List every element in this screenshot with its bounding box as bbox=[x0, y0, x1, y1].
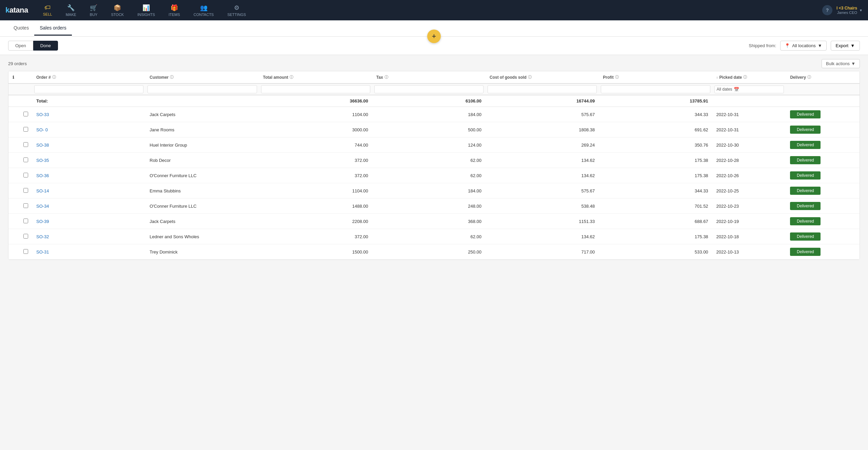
row-checkbox-input-7[interactable] bbox=[23, 219, 28, 223]
row-date-9: 2022-10-13 bbox=[712, 244, 786, 260]
bulk-actions-button[interactable]: Bulk actions ▼ bbox=[822, 59, 860, 68]
row-checkbox-input-1[interactable] bbox=[23, 127, 28, 132]
filter-date-cell: All dates 📅 bbox=[712, 83, 786, 95]
nav-item-make[interactable]: 🔧 MAKE bbox=[59, 1, 83, 19]
date-filter[interactable]: All dates 📅 bbox=[714, 86, 784, 93]
tab-sales-orders[interactable]: Sales orders bbox=[34, 21, 72, 36]
nav-label-buy: BUY bbox=[90, 13, 98, 17]
row-checkbox-input-0[interactable] bbox=[23, 112, 28, 116]
location-select[interactable]: 📍 All locations ▼ bbox=[780, 41, 826, 51]
filter-tax-input[interactable] bbox=[374, 85, 484, 93]
table-filter-row: All dates 📅 bbox=[8, 83, 860, 95]
sell-icon: 🏷 bbox=[44, 4, 51, 11]
row-profit-2: 350.76 bbox=[599, 137, 712, 153]
totals-info bbox=[8, 95, 19, 107]
picked-date-info-icon[interactable]: ⓘ bbox=[743, 75, 747, 80]
th-info: ℹ bbox=[8, 71, 19, 83]
row-checkbox-1 bbox=[19, 122, 32, 137]
row-checkbox-9 bbox=[19, 244, 32, 260]
order-link-6[interactable]: SO-34 bbox=[36, 204, 49, 209]
insights-icon: 📊 bbox=[142, 4, 150, 12]
filter-total-input[interactable] bbox=[261, 85, 370, 93]
order-link-9[interactable]: SO-31 bbox=[36, 249, 49, 255]
order-link-5[interactable]: SO-14 bbox=[36, 188, 49, 193]
row-delivery-8: Delivered bbox=[786, 229, 860, 244]
row-checkbox-input-8[interactable] bbox=[23, 234, 28, 239]
table-row: SO-14 Emma Stubbins 1104.00 184.00 575.6… bbox=[8, 183, 860, 199]
row-checkbox-3 bbox=[19, 153, 32, 168]
nav-item-insights[interactable]: 📊 INSIGHTS bbox=[131, 1, 162, 19]
row-info-6 bbox=[8, 199, 19, 214]
nav-item-items[interactable]: 🎁 ITEMS bbox=[162, 1, 187, 19]
totals-customer bbox=[145, 95, 259, 107]
filter-done[interactable]: Done bbox=[33, 41, 58, 51]
row-customer-2: Huel Interior Group bbox=[145, 137, 259, 153]
delivery-badge-6: Delivered bbox=[790, 202, 821, 210]
row-checkbox-input-5[interactable] bbox=[23, 188, 28, 193]
order-link-8[interactable]: SO-32 bbox=[36, 234, 49, 239]
user-info[interactable]: I <3 Chairs James CEO ▼ bbox=[836, 6, 863, 15]
filter-profit-input[interactable] bbox=[601, 85, 710, 93]
order-link-7[interactable]: SO-39 bbox=[36, 219, 49, 224]
totals-date bbox=[712, 95, 786, 107]
row-cogs-9: 717.00 bbox=[486, 244, 599, 260]
filter-order-input[interactable] bbox=[34, 85, 143, 93]
row-cogs-5: 575.67 bbox=[486, 183, 599, 199]
row-profit-7: 688.67 bbox=[599, 214, 712, 229]
nav-item-buy[interactable]: 🛒 BUY bbox=[83, 1, 104, 19]
filter-profit-cell bbox=[599, 83, 712, 95]
export-button[interactable]: Export ▼ bbox=[831, 41, 860, 51]
export-chevron-icon: ▼ bbox=[850, 43, 855, 48]
row-total-2: 744.00 bbox=[259, 137, 372, 153]
row-checkbox-0 bbox=[19, 107, 32, 122]
delivery-info-icon[interactable]: ⓘ bbox=[807, 75, 811, 80]
order-link-1[interactable]: SO- 0 bbox=[36, 127, 48, 132]
row-order-2: SO-38 bbox=[32, 137, 145, 153]
help-button[interactable]: ? bbox=[822, 5, 832, 15]
row-checkbox-input-4[interactable] bbox=[23, 173, 28, 177]
cogs-info-icon[interactable]: ⓘ bbox=[528, 75, 532, 80]
nav-item-sell[interactable]: 🏷 SELL bbox=[36, 1, 59, 19]
row-delivery-3: Delivered bbox=[786, 153, 860, 168]
nav-item-stock[interactable]: 📦 STOCK bbox=[104, 1, 131, 19]
filter-total-cell bbox=[259, 83, 372, 95]
order-link-2[interactable]: SO-38 bbox=[36, 143, 49, 148]
row-tax-4: 62.00 bbox=[372, 168, 486, 183]
customer-info-icon[interactable]: ⓘ bbox=[170, 75, 174, 80]
table-row: SO-39 Jack Carpets 2208.00 368.00 1151.3… bbox=[8, 214, 860, 229]
filter-open[interactable]: Open bbox=[8, 41, 33, 51]
row-checkbox-6 bbox=[19, 199, 32, 214]
nav-right: ? I <3 Chairs James CEO ▼ bbox=[822, 5, 863, 15]
row-customer-4: O'Conner Furniture LLC bbox=[145, 168, 259, 183]
profit-info-icon[interactable]: ⓘ bbox=[615, 75, 619, 80]
add-button[interactable]: + bbox=[427, 30, 441, 43]
order-num-info-icon[interactable]: ⓘ bbox=[52, 75, 56, 80]
nav-item-contacts[interactable]: 👥 CONTACTS bbox=[187, 1, 221, 19]
row-customer-0: Jack Carpets bbox=[145, 107, 259, 122]
nav-label-make: MAKE bbox=[66, 13, 76, 17]
row-checkbox-input-9[interactable] bbox=[23, 249, 28, 254]
row-info-1 bbox=[8, 122, 19, 137]
total-amount-info-icon[interactable]: ⓘ bbox=[290, 75, 293, 80]
totals-cogs: 16744.09 bbox=[486, 95, 599, 107]
orders-table: ℹ Order # ⓘ Customer ⓘ bbox=[8, 71, 860, 260]
row-total-3: 372.00 bbox=[259, 153, 372, 168]
shipped-from-label: Shipped from: bbox=[749, 43, 776, 48]
nav-item-settings[interactable]: ⚙ SETTINGS bbox=[220, 1, 253, 19]
row-checkbox-input-3[interactable] bbox=[23, 157, 28, 162]
tax-info-icon[interactable]: ⓘ bbox=[384, 75, 388, 80]
filter-customer-input[interactable] bbox=[147, 85, 257, 93]
order-link-3[interactable]: SO-35 bbox=[36, 158, 49, 163]
row-tax-5: 184.00 bbox=[372, 183, 486, 199]
row-checkbox-4 bbox=[19, 168, 32, 183]
buy-icon: 🛒 bbox=[90, 4, 97, 12]
order-link-0[interactable]: SO-33 bbox=[36, 112, 49, 117]
row-info-3 bbox=[8, 153, 19, 168]
order-link-4[interactable]: SO-36 bbox=[36, 173, 49, 178]
row-checkbox-input-6[interactable] bbox=[23, 203, 28, 208]
filter-cogs-input[interactable] bbox=[488, 85, 597, 93]
app-logo[interactable]: katana bbox=[5, 6, 28, 15]
row-order-1: SO- 0 bbox=[32, 122, 145, 137]
tab-quotes[interactable]: Quotes bbox=[8, 21, 34, 36]
row-checkbox-input-2[interactable] bbox=[23, 142, 28, 147]
